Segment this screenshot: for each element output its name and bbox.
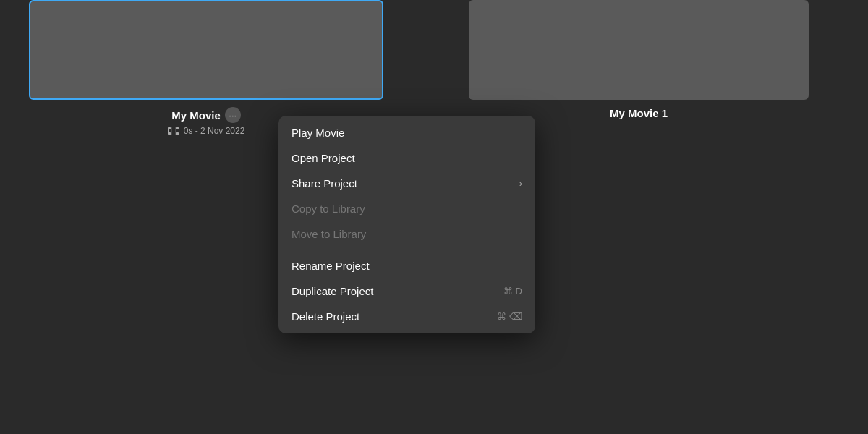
- menu-divider: [278, 250, 535, 250]
- menu-item-label-rename-project: Rename Project: [292, 260, 522, 272]
- svg-rect-4: [176, 132, 179, 135]
- menu-item-shortcut-duplicate-project: ⌘ D: [503, 286, 522, 297]
- film-icon: [168, 127, 179, 135]
- menu-item-duplicate-project[interactable]: Duplicate Project⌘ D: [278, 278, 535, 304]
- svg-rect-2: [169, 132, 171, 135]
- menu-item-move-to-library: Move to Library: [278, 221, 535, 247]
- more-button[interactable]: ···: [225, 107, 241, 123]
- context-menu: Play MovieOpen ProjectShare Project›Copy…: [278, 116, 535, 333]
- project-meta-text-left: 0s - 2 Nov 2022: [184, 126, 245, 136]
- menu-item-label-delete-project: Delete Project: [292, 310, 497, 323]
- menu-item-play-movie[interactable]: Play Movie: [278, 120, 535, 145]
- menu-item-shortcut-delete-project: ⌘ ⌫: [497, 311, 522, 322]
- menu-item-label-play-movie: Play Movie: [292, 127, 522, 139]
- menu-item-label-duplicate-project: Duplicate Project: [292, 285, 503, 297]
- menu-item-label-open-project: Open Project: [292, 152, 522, 164]
- menu-item-arrow-share-project: ›: [519, 178, 522, 189]
- menu-item-share-project[interactable]: Share Project›: [278, 171, 535, 196]
- menu-item-delete-project[interactable]: Delete Project⌘ ⌫: [278, 304, 535, 329]
- project-thumbnail-left: [29, 0, 383, 100]
- project-meta-left: 0s - 2 Nov 2022: [168, 126, 245, 136]
- menu-item-open-project[interactable]: Open Project: [278, 145, 535, 171]
- project-title-row: My Movie ···: [171, 107, 241, 123]
- menu-item-label-copy-to-library: Copy to Library: [292, 203, 522, 215]
- project-thumbnail-right: [469, 0, 809, 100]
- svg-rect-1: [169, 127, 171, 129]
- project-card-right: My Movie 1: [469, 0, 809, 119]
- project-title-right: My Movie 1: [610, 107, 668, 119]
- menu-item-label-move-to-library: Move to Library: [292, 228, 522, 240]
- menu-item-rename-project[interactable]: Rename Project: [278, 253, 535, 278]
- project-title-left: My Movie: [171, 109, 221, 122]
- svg-rect-3: [176, 127, 179, 129]
- main-content: My Movie ··· 0s - 2 Nov 2022: [0, 0, 868, 434]
- menu-item-copy-to-library: Copy to Library: [278, 196, 535, 221]
- menu-item-label-share-project: Share Project: [292, 177, 519, 190]
